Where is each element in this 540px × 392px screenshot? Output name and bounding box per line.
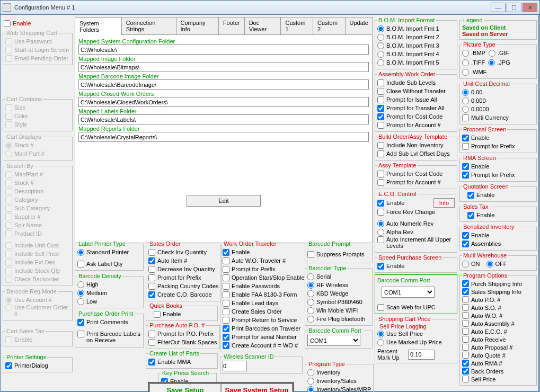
folder-input-5[interactable]: [78, 132, 369, 142]
eco-enable-check[interactable]: [377, 200, 384, 207]
printer-settings-group: Printer Settings PrinterDialog: [3, 354, 73, 372]
prog-opt-item-4[interactable]: [462, 312, 469, 319]
barcode-density-group: Barcode Density High Medium Low: [75, 273, 144, 308]
rma-screen-group: RMA Screen Enable Prompt for Prefix: [459, 155, 537, 182]
sales-order-item-0[interactable]: [148, 249, 155, 256]
barcode-comm-right-select[interactable]: COM1: [382, 287, 435, 298]
wo-traveler-item-8[interactable]: [223, 317, 229, 324]
tab-custom-1[interactable]: Custom 1: [280, 17, 313, 34]
search-by-group: Search By ManfPart #Stock #DescriptionCa…: [3, 163, 73, 286]
tab-company-info[interactable]: Company Info: [176, 17, 219, 34]
assy-wo-item-1[interactable]: [377, 88, 384, 95]
tab-custom-2[interactable]: Custom 2: [313, 17, 346, 34]
wo-traveler-item-11[interactable]: [223, 342, 229, 349]
title-bar: Configuration Menu # 1 — ☐ ✕: [0, 0, 540, 15]
prog-opt-item-5[interactable]: [462, 320, 469, 327]
printer-dialog-check[interactable]: [5, 362, 12, 369]
prog-opt-item-11[interactable]: [462, 368, 469, 375]
speed-purchase-enable-check[interactable]: [377, 263, 384, 270]
wo-traveler-item-4[interactable]: [223, 283, 229, 290]
maximize-button[interactable]: ☐: [507, 3, 521, 12]
folder-input-1[interactable]: [78, 62, 369, 72]
barcoder-type-group: Barcoder Type SerialRF WirelessKBD Wedge…: [305, 265, 373, 326]
prog-opt-item-6[interactable]: [462, 328, 469, 335]
tab-control: System FoldersConnection StringsCompany …: [75, 17, 373, 239]
purchase-auto-po-group: Purchase Auto P.O. # Prompt for P.O. Pre…: [146, 322, 220, 349]
enable-label: Enable: [13, 20, 31, 26]
folder-input-3[interactable]: [78, 97, 369, 107]
prog-opt-item-1[interactable]: [462, 288, 469, 295]
close-button[interactable]: ✕: [523, 3, 537, 12]
tab-update[interactable]: Update: [345, 17, 373, 34]
assy-wo-item-5[interactable]: [377, 122, 384, 129]
prog-opt-item-12[interactable]: [462, 376, 469, 382]
scan-web-upc-check[interactable]: [377, 304, 384, 311]
wo-traveler-item-2[interactable]: [223, 266, 229, 273]
suppress-prompts-check[interactable]: [307, 251, 314, 258]
app-icon: [3, 3, 11, 12]
quickbooks-enable-check[interactable]: [154, 311, 161, 318]
prog-opt-item-3[interactable]: [462, 304, 469, 311]
multi-warehouse-group: Multi Warehouse ON OFF: [459, 252, 537, 271]
wo-traveler-item-10[interactable]: [223, 334, 229, 341]
wo-traveler-item-9[interactable]: [223, 325, 229, 332]
build-order-item-0[interactable]: [377, 142, 384, 149]
enable-checkbox[interactable]: [4, 20, 11, 27]
folder-input-4[interactable]: [78, 114, 369, 124]
minimize-button[interactable]: —: [491, 3, 506, 12]
sales-order-item-4[interactable]: [148, 283, 155, 290]
assy-template-item-1[interactable]: [377, 179, 384, 186]
wo-traveler-item-7[interactable]: [223, 308, 229, 315]
wo-traveler-item-0[interactable]: [223, 249, 229, 256]
label-printer-type-group: Label Printer Type Standard Printer Ask …: [75, 240, 144, 271]
save-system-setup-button[interactable]: Save System Setup: [221, 384, 293, 392]
multi-currency-check[interactable]: [462, 114, 469, 121]
prog-opt-item-2[interactable]: [462, 296, 469, 303]
assy-wo-item-3[interactable]: [377, 105, 384, 112]
folder-input-2[interactable]: [78, 79, 369, 90]
print-comments-check[interactable]: [77, 319, 84, 326]
assy-wo-item-2[interactable]: [377, 96, 384, 103]
print-barcode-labels-check[interactable]: [77, 331, 84, 337]
barcode-comm-select[interactable]: COM1: [307, 335, 360, 346]
picture-type-group: Picture Type .BMP.GIF.TIFF.JPG.WMF: [459, 41, 537, 79]
build-order-item-1[interactable]: [377, 150, 384, 157]
edit-button[interactable]: Edit: [187, 195, 261, 207]
cart-sales-tax-group: Cart Sales Tax Enable: [3, 328, 73, 346]
eco-info-button[interactable]: Info: [433, 198, 455, 208]
assy-template-item-0[interactable]: [377, 171, 384, 177]
eco-control-group: E.C.O. Control Enable Info Force Rev Cha…: [375, 191, 457, 253]
wo-traveler-item-5[interactable]: [223, 291, 229, 298]
quick-books-group: Quick Books Enable: [146, 302, 218, 321]
assy-template-group: Assy Template Prompt for Cost CodePrompt…: [375, 162, 457, 189]
ask-label-qty-check[interactable]: [77, 261, 84, 268]
program-type-group: Program Type InventoryInventory/SalesInv…: [305, 361, 374, 392]
program-options-group: Program Options Purch Shipping InfoSales…: [459, 272, 537, 386]
prog-opt-item-9[interactable]: [462, 352, 469, 359]
unit-cost-decimal-group: Unit Cost Decimal 0.000.0000.0000 Multi …: [459, 81, 537, 124]
scanner-id-input[interactable]: [223, 361, 247, 371]
tab-system-folders[interactable]: System Folders: [75, 17, 122, 35]
wo-traveler-item-1[interactable]: [223, 257, 229, 264]
wo-traveler-item-3[interactable]: [223, 274, 229, 281]
prog-opt-item-8[interactable]: [462, 344, 469, 351]
enable-mma-check[interactable]: [148, 359, 155, 366]
standard-printer-radio[interactable]: [77, 249, 84, 256]
assy-wo-item-4[interactable]: [377, 113, 384, 120]
sales-order-item-2[interactable]: [148, 266, 155, 273]
sales-order-item-1[interactable]: [148, 257, 155, 264]
wo-traveler-item-6[interactable]: [223, 300, 229, 307]
tab-footer[interactable]: Footer: [218, 17, 245, 34]
prog-opt-item-7[interactable]: [462, 336, 469, 343]
tab-connection-strings[interactable]: Connection Strings: [121, 17, 176, 34]
prog-opt-item-0[interactable]: [462, 280, 469, 287]
sales-order-item-3[interactable]: [148, 274, 155, 281]
prog-opt-item-10[interactable]: [462, 360, 469, 367]
save-setup-button[interactable]: Save Setup: [149, 384, 221, 392]
percent-markup-input[interactable]: [408, 350, 435, 360]
build-order-assy-template-group: Build Order/Assy Template Include Non-In…: [375, 133, 457, 161]
sales-order-item-5[interactable]: [148, 291, 155, 298]
folder-input-0[interactable]: [78, 44, 369, 55]
assy-wo-item-0[interactable]: [377, 79, 384, 86]
tab-doc-viewer[interactable]: Doc Viewer: [244, 17, 281, 34]
